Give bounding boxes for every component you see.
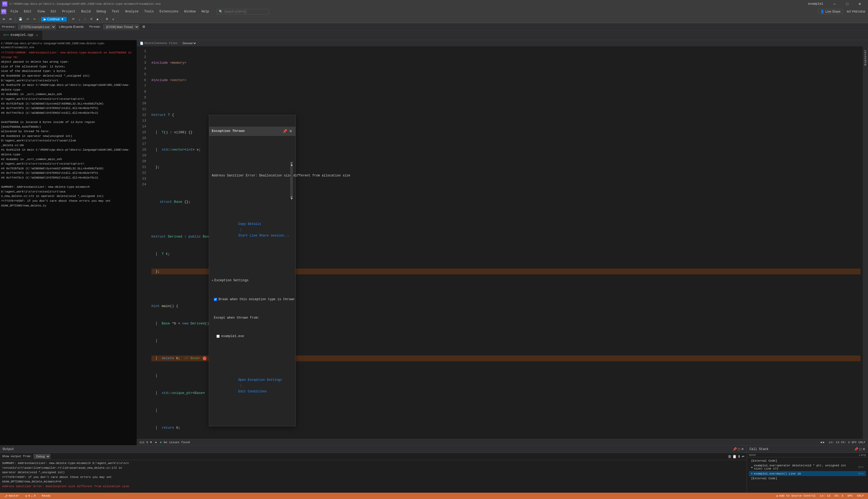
callstack-item-3[interactable]: [External Code] [749, 476, 866, 481]
toolbar-forward[interactable]: ➡ [8, 17, 13, 21]
line-num-10: 10 [137, 101, 146, 106]
exception-footer-links: Open Exception Settings | Edit Condition… [212, 371, 293, 400]
except-item-checkbox[interactable] [217, 335, 220, 338]
menu-tools[interactable]: Tools [142, 9, 156, 14]
menu-git[interactable]: Git [48, 9, 59, 14]
output-word-wrap-button[interactable]: ⇌ [742, 454, 745, 459]
menu-edit[interactable]: Edit [21, 9, 34, 14]
thread-extra[interactable]: ⚙ [141, 24, 146, 29]
status-spc[interactable]: SPC [845, 493, 855, 499]
exception-settings-header: ▲ Exception Settings [212, 278, 293, 283]
debug-step-into[interactable]: ↓ [77, 17, 82, 21]
toolbar-back[interactable]: ⬅ [1, 17, 7, 21]
debug-restart[interactable]: ↺ [88, 17, 94, 21]
status-ln[interactable]: Ln: 13 [818, 493, 832, 499]
close-button[interactable]: ✕ [854, 0, 866, 8]
toolbar-save[interactable]: 💾 [17, 17, 24, 21]
line-num-1: 1 [137, 48, 146, 54]
menu-help[interactable]: Help [199, 9, 212, 14]
edit-conditions-link[interactable]: Edit Conditions [238, 390, 267, 393]
breadcrumb-select[interactable]: Derived [182, 41, 197, 45]
menu-analyze[interactable]: Analyze [122, 9, 141, 14]
int-preview-label: INT PREVIEW [847, 10, 865, 13]
vs-logo: VS [2, 1, 8, 7]
output-panel: Output 📌 □ ✕ Show output from: Debug 🗑 📋… [0, 446, 747, 493]
line-num-7: 7 [137, 83, 146, 89]
break-when-checkbox[interactable] [214, 298, 217, 301]
continue-button[interactable]: ▶ Continue ▼ [41, 17, 66, 22]
zoom-level[interactable]: 111 % [139, 441, 148, 444]
output-content: SUMMARY: AddressSanitizer: new-delete-ty… [0, 460, 747, 493]
start-session-link[interactable]: Start Live Share session... [238, 234, 290, 238]
menu-extensions[interactable]: Extensions [157, 9, 181, 14]
status-ch[interactable]: Ch: 3 [832, 493, 845, 499]
output-close-button[interactable]: ✕ [741, 447, 744, 451]
lifecycle-label: Lifecycle Events [59, 25, 84, 29]
status-ready[interactable]: Ready [40, 493, 53, 499]
callstack-item-0[interactable]: [External Code] [749, 459, 866, 463]
issues-icon: ● [160, 441, 162, 444]
terminal-panel: C:\MSDN\cpp-docs-pr\docs\c-language\ASAN… [0, 40, 137, 445]
callstack-item-2-name: example1.exe!main() Line 18 [754, 472, 848, 475]
search-input[interactable] [224, 10, 267, 13]
menu-file[interactable]: File [8, 9, 21, 14]
tab-close-button[interactable]: ✕ [35, 33, 39, 37]
output-scroll-button[interactable]: ⬇ [738, 454, 741, 459]
output-text: SUMMARY: AddressSanitizer: new-delete-ty… [2, 461, 745, 489]
output-copy-button[interactable]: 📋 [732, 454, 737, 459]
open-exception-settings-link[interactable]: Open Exception Settings [238, 378, 282, 382]
ch-value: Ch: 3 [834, 494, 843, 497]
code-content[interactable]: #include <memory> #include <vector> ⊟str… [148, 46, 863, 439]
zoom-dropdown-icon: ▼ [150, 441, 152, 444]
search-box[interactable]: 🔍 [217, 9, 269, 14]
callstack-item-1-icon: ◆ [751, 465, 753, 469]
debug-step-over[interactable]: ⟳ [71, 17, 76, 21]
maximize-button[interactable]: □ [841, 0, 853, 8]
code-line-3 [151, 95, 860, 101]
process-select[interactable]: [77376] example1.exe [18, 24, 56, 29]
callstack-maximize-button[interactable]: □ [859, 447, 861, 451]
callstack-close-button[interactable]: ✕ [863, 447, 865, 451]
status-crlf[interactable]: CRLF [855, 493, 866, 499]
toolbar-redo[interactable]: ↪ [32, 17, 37, 21]
thread-select[interactable]: [67436] Main Thread [103, 24, 139, 29]
callstack-item-1[interactable]: ◆ example1.exe!operator delete(void * pt… [749, 463, 866, 471]
status-git[interactable]: ⎇ master [2, 493, 21, 499]
line-num-2: 2 [137, 54, 146, 60]
lifecycle-button[interactable]: Lifecycle Events [58, 24, 85, 29]
tab-example1-cpp[interactable]: C++ example1.cpp ✕ [0, 31, 43, 40]
output-pin-button[interactable]: 📌 [733, 447, 737, 451]
output-source-select[interactable]: Debug [34, 454, 50, 459]
callstack-pin-button[interactable]: 📌 [854, 447, 858, 451]
menu-build[interactable]: Build [78, 9, 93, 14]
code-editor: 1 2 3 4 5 6 7 8 9 10 11 12 13 14 15 16 1… [137, 46, 868, 439]
menu-window[interactable]: Window [182, 9, 198, 14]
output-maximize-button[interactable]: □ [738, 447, 740, 451]
status-add-source[interactable]: ⊕ Add to Source Control [774, 493, 818, 499]
menu-view[interactable]: View [35, 9, 48, 14]
terminal-line-18: #5 0x774475c3 (C:\WINDOWS\SYSTEM32\ntdll… [1, 175, 136, 180]
output-clear-button[interactable]: 🗑 [728, 454, 731, 459]
toolbar-extra-2[interactable]: ≡ [111, 17, 115, 21]
line-num-13: 13 [137, 118, 146, 124]
debug-stop[interactable]: ■ [95, 17, 100, 21]
minimize-button[interactable]: ─ [829, 0, 841, 8]
callstack-item-2[interactable]: ➤ example1.exe!main() Line 18 C++ [749, 471, 866, 476]
toolbar-extra-1[interactable]: ⚙ [104, 17, 110, 21]
exception-scrollbar[interactable]: ▲ ▼ [290, 162, 293, 198]
scroll-right[interactable]: ▶ [823, 440, 825, 444]
copy-details-link[interactable]: Copy Details [238, 222, 261, 226]
status-errors[interactable]: ⊗ 0 ⚠ 0 [23, 493, 38, 499]
menu-test[interactable]: Test [109, 9, 122, 14]
menu-bar: VS File Edit View Git Project Build Debu… [0, 8, 868, 15]
debug-step-out[interactable]: ↑ [83, 17, 87, 21]
no-issues-label: No issues found [164, 441, 190, 444]
exception-close-button[interactable]: ✕ [289, 129, 293, 134]
menu-debug[interactable]: Debug [94, 9, 109, 14]
exception-pin-button[interactable]: 📌 [282, 129, 288, 134]
toolbar-undo[interactable]: ↩ [25, 17, 30, 21]
int-preview-button[interactable]: INT PREVIEW [845, 10, 867, 14]
menu-project[interactable]: Project [60, 9, 78, 14]
scroll-left[interactable]: ◀ [820, 440, 822, 444]
live-share-button[interactable]: 👤 Live Share [818, 9, 843, 14]
